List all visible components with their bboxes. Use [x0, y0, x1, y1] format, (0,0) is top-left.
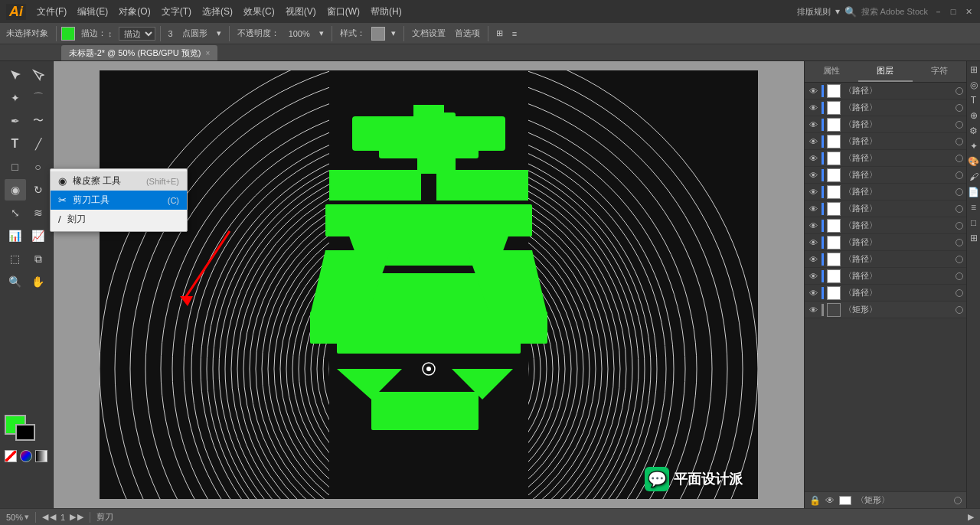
play-btn[interactable]: ▶ [968, 512, 974, 522]
tab-properties[interactable]: 属性 [805, 61, 858, 82]
eraser-tool[interactable]: ◉ [5, 179, 26, 201]
select-tool[interactable] [5, 64, 26, 86]
zoom-control[interactable]: 50% ▾ [6, 512, 29, 522]
visibility-eye-10[interactable]: 👁 [808, 254, 818, 265]
type-tool[interactable]: T [5, 133, 26, 155]
knife-tool-item[interactable]: / 刻刀 [51, 210, 187, 229]
point-dropdown[interactable]: ▾ [214, 27, 224, 40]
fill-color-swatch[interactable] [61, 27, 75, 41]
visibility-eye-8[interactable]: 👁 [808, 220, 818, 231]
layer-row-8[interactable]: 👁 〈路径〉 [805, 217, 966, 234]
style-color-swatch[interactable] [371, 27, 385, 41]
column-graph-tool[interactable]: 📈 [28, 225, 49, 246]
layer-row-3[interactable]: 👁 〈路径〉 [805, 133, 966, 150]
ellipse-tool[interactable]: ○ [28, 156, 49, 178]
visibility-eye-2[interactable]: 👁 [808, 119, 818, 130]
nav-prev[interactable]: ◀ [42, 512, 48, 522]
rect-tool[interactable]: □ [5, 156, 26, 178]
props-icon-3[interactable]: T [971, 95, 976, 106]
layer-row-9[interactable]: 👁 〈路径〉 [805, 234, 966, 251]
color-icon[interactable] [20, 450, 32, 462]
gradient-icon[interactable] [35, 450, 47, 462]
props-icon-8[interactable]: 🖌 [969, 171, 978, 182]
eye-icon[interactable]: 👁 [825, 495, 835, 506]
curvature-tool[interactable]: 〜 [28, 110, 49, 132]
props-icon-5[interactable]: ⚙ [969, 126, 978, 136]
visibility-eye-9[interactable]: 👁 [808, 237, 818, 248]
layer-circle-1[interactable] [956, 104, 963, 112]
eraser-tool-item[interactable]: ◉ 橡皮擦 工具 (Shift+E) [51, 171, 187, 191]
visibility-eye-4[interactable]: 👁 [808, 153, 818, 164]
warp-tool[interactable]: ≋ [28, 202, 49, 223]
layer-row-5[interactable]: 👁 〈路径〉 [805, 167, 966, 184]
menu-object[interactable]: 对象(O) [114, 4, 155, 20]
props-icon-12[interactable]: ⊞ [970, 233, 978, 243]
menu-view[interactable]: 视图(V) [281, 4, 321, 20]
zoom-tool[interactable]: 🔍 [5, 271, 26, 292]
layer-row-4[interactable]: 👁 〈路径〉 [805, 150, 966, 167]
scale-tool[interactable]: ⤡ [5, 202, 26, 223]
scissors-tool-item[interactable]: ✂ 剪刀工具 (C) [51, 191, 187, 210]
props-icon-1[interactable]: ⊞ [970, 64, 978, 75]
layer-circle-10[interactable] [956, 256, 963, 263]
visibility-eye-5[interactable]: 👁 [808, 170, 818, 181]
layer-circle-4[interactable] [956, 155, 963, 162]
slice-tool[interactable]: ⧉ [28, 248, 49, 269]
line-tool[interactable]: ╱ [28, 133, 49, 155]
props-icon-7[interactable]: 🎨 [968, 156, 979, 167]
lock-icon[interactable]: 🔒 [809, 495, 821, 506]
close-button[interactable]: ✕ [963, 6, 974, 17]
layer-circle-2[interactable] [956, 121, 963, 129]
menu-window[interactable]: 窗口(W) [322, 4, 364, 20]
visibility-eye-rect[interactable]: 👁 [808, 305, 818, 315]
nav-prev2[interactable]: ◀ [50, 512, 56, 522]
visibility-eye-1[interactable]: 👁 [808, 103, 818, 113]
props-icon-10[interactable]: ≡ [971, 202, 976, 213]
layer-row-10[interactable]: 👁 〈路径〉 [805, 251, 966, 268]
layer-circle-rect[interactable] [956, 306, 963, 314]
layer-row-rect[interactable]: 👁 〈矩形〉 [805, 302, 966, 318]
layer-circle-6[interactable] [956, 188, 963, 196]
visibility-eye-3[interactable]: 👁 [808, 136, 818, 147]
layer-circle-12[interactable] [956, 289, 963, 297]
props-icon-4[interactable]: ⊕ [970, 110, 978, 121]
graph-tool[interactable]: 📊 [5, 225, 26, 246]
style-dropdown[interactable]: ▾ [388, 27, 399, 40]
visibility-eye-0[interactable]: 👁 [808, 86, 818, 96]
layer-row-12[interactable]: 👁 〈路径〉 [805, 285, 966, 302]
preferences-btn[interactable]: 首选项 [452, 26, 483, 41]
layer-circle-7[interactable] [956, 205, 963, 213]
direct-select-tool[interactable] [28, 64, 49, 86]
tab-character[interactable]: 字符 [913, 61, 966, 82]
tab-layers[interactable]: 图层 [858, 61, 912, 82]
layer-row-0[interactable]: 👁 〈路径〉 [805, 83, 966, 99]
layer-circle-9[interactable] [956, 239, 963, 246]
props-icon-11[interactable]: □ [971, 217, 976, 228]
props-icon-2[interactable]: ◎ [970, 80, 978, 90]
layer-circle-0[interactable] [956, 87, 963, 95]
arrange-icon-2[interactable]: ≡ [509, 28, 520, 40]
visibility-eye-11[interactable]: 👁 [808, 271, 818, 282]
props-icon-6[interactable]: ✦ [970, 141, 978, 152]
layer-row-6[interactable]: 👁 〈路径〉 [805, 184, 966, 201]
arrange-icon[interactable]: ⊞ [493, 27, 506, 40]
menu-select[interactable]: 选择(S) [198, 4, 237, 20]
layer-circle-5[interactable] [956, 171, 963, 179]
maximize-button[interactable]: □ [948, 6, 959, 17]
main-tab[interactable]: 未标题-2* @ 50% (RGB/GPU 预览) × [61, 45, 217, 60]
stroke-width-select[interactable]: 描边 [119, 27, 155, 41]
menu-file[interactable]: 文件(F) [32, 4, 71, 20]
layer-row-2[interactable]: 👁 〈路径〉 [805, 116, 966, 133]
lasso-tool[interactable]: ⌒ [28, 87, 49, 109]
menu-help[interactable]: 帮助(H) [366, 4, 407, 20]
visibility-eye-12[interactable]: 👁 [808, 288, 818, 298]
nav-next2[interactable]: ▶ [77, 512, 83, 522]
layer-circle-8[interactable] [956, 222, 963, 230]
artboard-tool[interactable]: ⬚ [5, 248, 26, 269]
tab-close-btn[interactable]: × [206, 49, 211, 57]
menu-edit[interactable]: 编辑(E) [73, 4, 113, 20]
layer-row-11[interactable]: 👁 〈路径〉 [805, 268, 966, 285]
opacity-dropdown[interactable]: ▾ [316, 27, 327, 40]
menu-text[interactable]: 文字(T) [157, 4, 196, 20]
menu-effect[interactable]: 效果(C) [239, 4, 279, 20]
